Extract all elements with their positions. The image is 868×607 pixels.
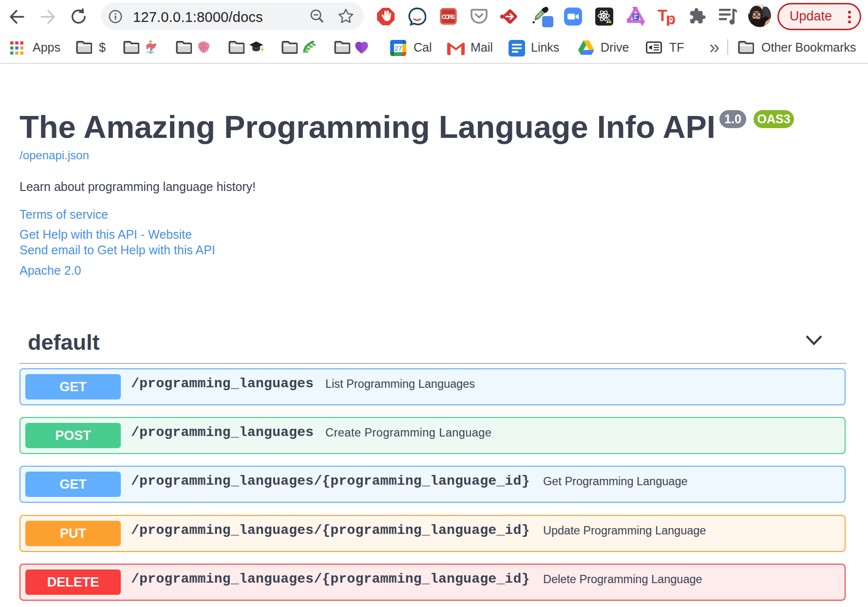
svg-text:CORS: CORS [442, 14, 455, 20]
svg-text:27: 27 [395, 45, 402, 52]
